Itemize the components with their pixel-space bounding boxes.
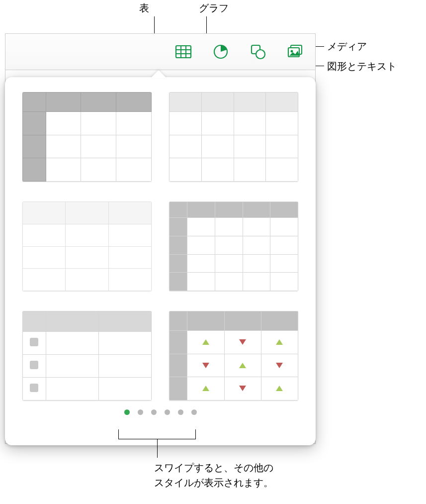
label-table: 表: [139, 1, 149, 15]
page-dot-3[interactable]: [151, 409, 157, 415]
down-arrow-icon: [276, 363, 283, 368]
swipe-caption-line1: スワイプすると、その他の: [154, 460, 273, 475]
table-style-grid: [5, 77, 316, 405]
down-arrow-icon: [239, 386, 246, 391]
label-shape-text: 図形とテキスト: [327, 60, 397, 73]
svg-point-7: [256, 50, 265, 59]
table-style-3[interactable]: [22, 202, 152, 291]
down-arrow-icon: [202, 363, 209, 368]
table-button[interactable]: [169, 42, 198, 62]
up-arrow-icon: [202, 386, 209, 391]
table-icon: [175, 43, 192, 60]
page-dot-5[interactable]: [178, 409, 183, 415]
table-style-popover: [5, 77, 316, 445]
checkbox-icon: [30, 338, 38, 346]
label-media: メディア: [327, 40, 367, 53]
up-arrow-icon: [239, 363, 246, 368]
table-style-2[interactable]: [169, 92, 298, 182]
checkbox-icon: [30, 384, 38, 392]
table-style-1[interactable]: [22, 92, 152, 182]
shape-icon: [250, 43, 266, 60]
swipe-caption-line2: スタイルが表示されます。: [154, 475, 273, 490]
label-swipe-caption: スワイプすると、その他の スタイルが表示されます。: [154, 460, 273, 490]
chart-icon: [212, 43, 229, 60]
table-style-6[interactable]: [169, 311, 298, 401]
page-dot-4[interactable]: [165, 409, 170, 415]
callout-line-table: [154, 16, 155, 35]
callout-line-chart: [206, 16, 207, 35]
toolbar: [5, 34, 315, 70]
callout-bracket-dots: [118, 429, 196, 439]
svg-rect-0: [176, 46, 191, 58]
shape-button[interactable]: [243, 42, 273, 62]
page-dots[interactable]: [5, 405, 316, 415]
page-dot-1[interactable]: [124, 409, 130, 415]
svg-point-10: [291, 50, 293, 53]
media-button[interactable]: [280, 42, 310, 62]
table-style-5[interactable]: [22, 311, 152, 401]
page-dot-6[interactable]: [191, 409, 197, 415]
up-arrow-icon: [276, 339, 283, 345]
table-style-4[interactable]: [169, 202, 298, 291]
label-chart: グラフ: [199, 1, 229, 15]
down-arrow-icon: [239, 339, 246, 345]
up-arrow-icon: [202, 339, 209, 345]
up-arrow-icon: [276, 386, 283, 391]
page-dot-2[interactable]: [138, 409, 143, 415]
checkbox-icon: [30, 361, 38, 369]
chart-button[interactable]: [206, 42, 236, 62]
media-icon: [287, 43, 304, 60]
